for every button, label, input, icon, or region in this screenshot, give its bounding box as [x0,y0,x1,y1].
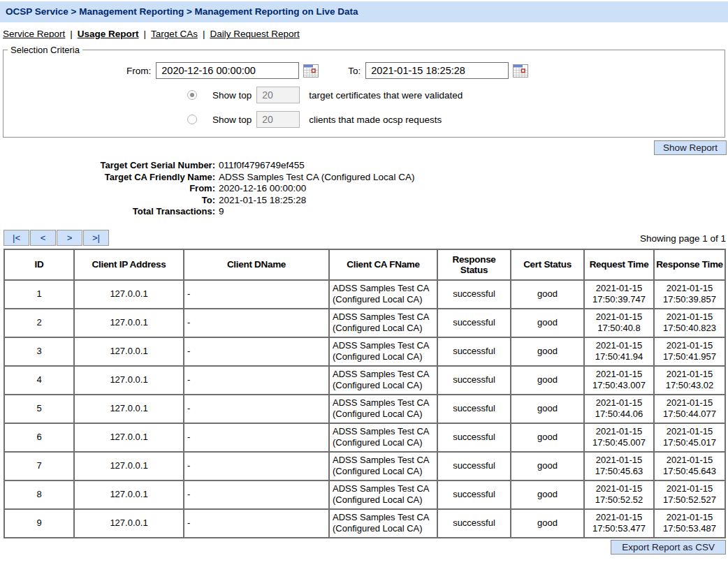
summary-label-serial: Target Cert Serial Number: [0,160,215,172]
option-suffix: target certificates that were validated [309,90,463,101]
report-summary: Target Cert Serial Number: 011f0f4796749… [0,160,728,218]
breadcrumb: OCSP Service > Management Reporting > Ma… [0,1,728,22]
first-page-button[interactable]: |< [3,230,29,246]
cell-client-ip: 127.0.0.1 [74,423,184,452]
cell-response-time: 2021-01-15 17:50:53.487 [654,509,725,538]
summary-value-from: 2020-12-16 00:00:00 [219,183,306,195]
cell-id: 3 [4,337,74,366]
option-top-clients: Show top clients that made ocsp requests [187,111,725,128]
show-report-button[interactable]: Show Report [654,140,727,155]
cell-id: 9 [4,509,74,538]
col-header-client-ca-fname: Client CA FName [329,249,437,280]
summary-label-total: Total Transactions: [0,206,215,218]
cell-client-dname: - [184,366,329,395]
export-row: Export Report as CSV [0,540,726,555]
cell-id: 1 [4,280,74,309]
option-prefix: Show top [212,115,252,125]
prev-page-button[interactable]: < [30,230,56,246]
table-row: 4 127.0.0.1 - ADSS Samples Test CA (Conf… [4,366,725,395]
cell-client-dname: - [184,423,329,452]
cell-request-time: 2021-01-15 17:50:40.8 [584,309,654,337]
cell-client-ip: 127.0.0.1 [74,337,184,366]
radio-top-clients[interactable] [187,115,197,124]
summary-row: Total Transactions: 9 [0,206,728,218]
pagination-row: |< < > >| Showing page 1 of 1 [3,230,726,246]
cell-response-status: successful [437,366,511,395]
cell-client-dname: - [184,509,329,538]
cell-cert-status: good [511,280,584,309]
cell-cert-status: good [511,452,584,480]
to-calendar-button[interactable] [513,64,528,78]
col-header-id: ID [4,249,74,280]
summary-label-to: To: [0,195,215,207]
cell-client-ip: 127.0.0.1 [74,395,184,423]
cell-response-status: successful [437,337,511,366]
cell-client-dname: - [184,452,329,480]
nav-usage-report[interactable]: Usage Report [78,29,139,39]
from-date-input[interactable] [156,62,299,79]
cell-id: 8 [4,480,74,509]
cell-client-dname: - [184,480,329,509]
cell-response-time: 2021-01-15 17:50:40.823 [654,309,725,337]
cell-response-status: successful [437,395,511,423]
cell-client-ip: 127.0.0.1 [74,452,184,480]
cell-request-time: 2021-01-15 17:50:43.007 [584,366,654,395]
calendar-icon [303,69,319,80]
nav-separator: | [70,29,73,39]
cell-client-dname: - [184,280,329,309]
cell-cert-status: good [511,395,584,423]
cell-client-ip: 127.0.0.1 [74,280,184,309]
cell-cert-status: good [511,309,584,337]
nav-service-report[interactable]: Service Report [3,29,65,39]
table-row: 3 127.0.0.1 - ADSS Samples Test CA (Conf… [4,337,725,366]
cell-response-time: 2021-01-15 17:50:41.957 [654,337,725,366]
cell-id: 4 [4,366,74,395]
cell-id: 5 [4,395,74,423]
from-calendar-button[interactable] [303,64,319,78]
to-label: To: [348,66,361,76]
cell-response-status: successful [437,452,511,480]
cell-request-time: 2021-01-15 17:50:53.477 [584,509,654,538]
cell-client-ca-fname: ADSS Samples Test CA (Configured Local C… [329,480,437,509]
top-clients-count-input[interactable] [256,111,300,128]
cell-client-ca-fname: ADSS Samples Test CA (Configured Local C… [329,337,437,366]
cell-response-status: successful [437,280,511,309]
option-prefix: Show top [212,90,252,101]
cell-client-ip: 127.0.0.1 [74,309,184,337]
to-group: To: [348,62,528,79]
cell-cert-status: good [511,480,584,509]
table-row: 7 127.0.0.1 - ADSS Samples Test CA (Conf… [4,452,725,480]
summary-row: From: 2020-12-16 00:00:00 [0,183,728,195]
cell-request-time: 2021-01-15 17:50:44.06 [584,395,654,423]
next-page-button[interactable]: > [57,230,82,246]
cell-cert-status: good [511,366,584,395]
nav-daily-request-report[interactable]: Daily Request Report [210,29,299,39]
summary-row: To: 2021-01-15 18:25:28 [0,195,728,207]
cell-response-time: 2021-01-15 17:50:44.077 [654,395,725,423]
cell-request-time: 2021-01-15 17:50:52.52 [584,480,654,509]
cell-client-ca-fname: ADSS Samples Test CA (Configured Local C… [329,509,437,538]
summary-value-serial: 011f0f4796749ef455 [219,160,305,172]
nav-separator: | [203,29,205,39]
cell-client-ip: 127.0.0.1 [74,366,184,395]
table-row: 2 127.0.0.1 - ADSS Samples Test CA (Conf… [4,309,725,337]
col-header-response-time: Response Time [654,249,725,280]
summary-label-from: From: [0,183,215,195]
export-csv-button[interactable]: Export Report as CSV [611,540,726,555]
cell-id: 6 [4,423,74,452]
cell-client-ca-fname: ADSS Samples Test CA (Configured Local C… [329,423,437,452]
radio-top-certificates[interactable] [187,90,197,100]
last-page-button[interactable]: >| [83,230,109,246]
to-date-input[interactable] [365,62,509,79]
table-row: 5 127.0.0.1 - ADSS Samples Test CA (Conf… [4,395,725,423]
cell-client-dname: - [184,337,329,366]
summary-row: Target CA Friendly Name: ADSS Samples Te… [0,172,728,184]
show-report-row: Show Report [0,140,727,155]
top-certificates-count-input[interactable] [256,87,300,103]
summary-label-ca-name: Target CA Friendly Name: [0,172,215,184]
selection-criteria-fieldset: Selection Criteria From: To: Show top ta… [3,45,725,138]
option-top-certificates: Show top target certificates that were v… [187,87,725,103]
cell-client-ip: 127.0.0.1 [74,480,184,509]
nav-target-cas[interactable]: Target CAs [151,29,198,39]
selection-criteria-legend: Selection Criteria [8,45,82,55]
